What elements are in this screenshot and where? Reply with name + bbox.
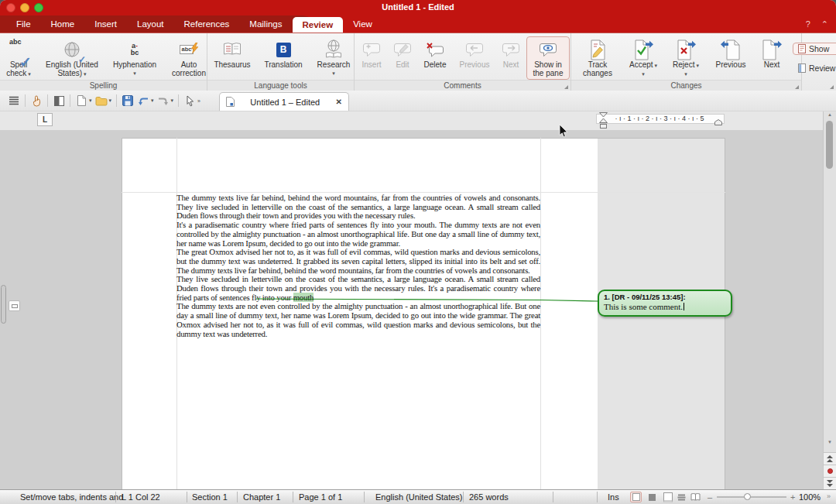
status-word-count[interactable]: 265 words xyxy=(469,492,509,502)
menu-right-controls: ? ⌃ xyxy=(806,15,828,33)
undo-icon[interactable] xyxy=(135,93,151,108)
tab-file[interactable]: File xyxy=(6,15,41,33)
status-divider xyxy=(187,492,187,502)
book-view-button[interactable] xyxy=(690,492,701,502)
ribbon-item-label: Thesaurus xyxy=(211,61,254,70)
next-change-button[interactable]: Next xyxy=(757,36,786,72)
previous-comment-icon xyxy=(465,39,484,60)
status-page[interactable]: Page 1 of 1 xyxy=(299,492,342,502)
dropdown-arrow-icon[interactable]: ▾ xyxy=(89,98,92,104)
next-change-icon xyxy=(761,39,783,60)
filled-square-icon xyxy=(649,494,656,501)
next-page-button[interactable] xyxy=(824,477,836,489)
zoom-in-icon[interactable]: + xyxy=(790,492,795,502)
dropdown-arrow-icon[interactable]: ▾ xyxy=(171,98,174,104)
zoom-slider-track[interactable] xyxy=(717,496,786,498)
ribbon-item-label: Reject xyxy=(670,61,701,70)
tab-mailings[interactable]: Mailings xyxy=(239,15,292,33)
close-tab-icon[interactable]: ✕ xyxy=(336,98,342,106)
tab-references[interactable]: References xyxy=(174,15,240,33)
status-more-icon[interactable]: » xyxy=(827,492,831,500)
text-caret xyxy=(684,303,684,310)
document-text[interactable]: The dummy texts live far behind, behind … xyxy=(176,194,540,338)
comment-bubble[interactable]: 1. [DR - 09/11/25 13:45]: This is some c… xyxy=(598,290,732,317)
document-tab[interactable]: Untitled 1 – Edited ✕ xyxy=(219,92,349,111)
comments-dialog-launcher-icon[interactable] xyxy=(564,85,568,89)
hyphenation-icon: a-bc xyxy=(131,39,139,60)
sidebar-grip[interactable] xyxy=(1,285,6,324)
language-select-button[interactable]: ✓ English (United States) xyxy=(37,36,107,81)
status-cursor-position[interactable]: L 1 Col 22 xyxy=(122,492,160,502)
tab-layout[interactable]: Layout xyxy=(127,15,174,33)
ruler-marks: · ı · 1 · ı · 2 · ı · 3 · ı · 4 · ı · 5 xyxy=(605,115,714,123)
sidebar-toggle-button[interactable] xyxy=(9,300,20,311)
quick-toolbar: ▾ ▾ ▾ ▾ » Untitled 1 – Edited ✕ xyxy=(0,91,836,111)
help-icon[interactable]: ? xyxy=(806,19,810,29)
group-label-spelling: Spelling xyxy=(0,80,207,91)
comment-anchor-highlight[interactable]: mouth xyxy=(293,293,314,302)
accept-change-button[interactable]: Accept xyxy=(624,36,663,79)
scroll-up-icon[interactable]: ▲ xyxy=(824,112,836,117)
status-insert-mode[interactable]: Ins xyxy=(608,492,619,502)
scrollbar-thumb[interactable] xyxy=(826,121,833,169)
select-pointer-icon[interactable] xyxy=(182,93,197,108)
status-divider xyxy=(115,492,116,502)
track-changes-button[interactable]: Track changes xyxy=(576,36,619,80)
new-document-icon[interactable] xyxy=(74,93,89,108)
save-icon[interactable] xyxy=(120,93,135,108)
spellcheck-icon: abc✓ xyxy=(9,39,29,60)
status-section[interactable]: Section 1 xyxy=(192,492,228,502)
translation-icon xyxy=(276,39,291,60)
ribbon-group-changes: Track changes Accept Reject xyxy=(571,33,802,91)
document-tab-title: Untitled 1 – Edited xyxy=(240,98,331,107)
collapse-ribbon-icon[interactable]: ⌃ xyxy=(821,19,828,29)
group-label-comments: Comments xyxy=(355,80,570,91)
single-page-view-button[interactable] xyxy=(630,492,642,502)
zoom-out-icon[interactable]: – xyxy=(708,492,712,502)
delete-comment-button[interactable]: Delete xyxy=(417,36,453,72)
previous-page-button[interactable] xyxy=(824,452,836,465)
comment-text[interactable]: This is some comment. xyxy=(604,302,726,312)
tab-stop-selector[interactable]: L xyxy=(37,113,53,126)
hyphenation-button[interactable]: a-bc Hyphenation xyxy=(107,36,163,78)
horizontal-ruler[interactable]: · ı · 1 · ı · 2 · ı · 3 · ı · 4 · ı · 5 xyxy=(596,114,725,124)
web-view-button[interactable] xyxy=(663,492,673,502)
navigation-target-button[interactable] xyxy=(824,465,836,477)
touch-mode-icon[interactable] xyxy=(29,93,44,108)
more-tools-icon[interactable]: » xyxy=(197,98,200,104)
tab-home[interactable]: Home xyxy=(41,15,85,33)
formatting-marks-icon[interactable] xyxy=(6,93,22,108)
thesaurus-button[interactable]: Thesaurus xyxy=(207,36,257,72)
show-comments-pane-button[interactable]: Show in the pane xyxy=(526,36,570,80)
changes-dialog-launcher-icon[interactable] xyxy=(795,85,799,89)
edit-comment-icon xyxy=(393,39,412,60)
status-chapter[interactable]: Chapter 1 xyxy=(243,492,280,502)
filled-view-button[interactable] xyxy=(647,492,657,502)
spell-check-button[interactable]: abc✓ Spell check xyxy=(0,36,37,81)
tab-insert[interactable]: Insert xyxy=(84,15,127,33)
open-document-icon[interactable] xyxy=(94,93,109,108)
paragraph: The dummy texts are not even controlled … xyxy=(176,302,540,338)
zoom-level[interactable]: 100% xyxy=(799,492,821,502)
status-divider xyxy=(553,492,553,502)
previous-change-button[interactable]: Previous xyxy=(709,36,752,72)
tab-review[interactable]: Review xyxy=(293,17,344,33)
status-language[interactable]: English (United States) xyxy=(375,492,463,502)
ribbon-dialog-launcher-icon[interactable] xyxy=(830,85,834,89)
status-divider xyxy=(293,492,293,502)
dropdown-arrow-icon[interactable]: ▾ xyxy=(151,98,154,104)
tab-view[interactable]: View xyxy=(343,15,382,33)
translation-button[interactable]: Translation xyxy=(257,36,310,72)
research-button[interactable]: Research xyxy=(310,36,358,78)
document-area[interactable]: The dummy texts live far behind, behind … xyxy=(0,130,823,489)
right-indent-marker-icon[interactable] xyxy=(714,119,722,125)
multi-page-view-button[interactable] xyxy=(677,492,687,502)
vertical-scrollbar[interactable]: ▲ ▼ xyxy=(823,111,836,489)
zoom-slider-thumb[interactable] xyxy=(744,493,751,500)
anchor-prefix: They live secluded in letterville on the… xyxy=(176,274,540,301)
reject-change-button[interactable]: Reject xyxy=(667,36,704,79)
dropdown-arrow-icon[interactable]: ▾ xyxy=(109,98,112,104)
redo-icon[interactable] xyxy=(156,93,171,108)
sidebar-toggle-icon[interactable] xyxy=(51,93,67,108)
scroll-down-icon[interactable]: ▼ xyxy=(824,440,836,444)
